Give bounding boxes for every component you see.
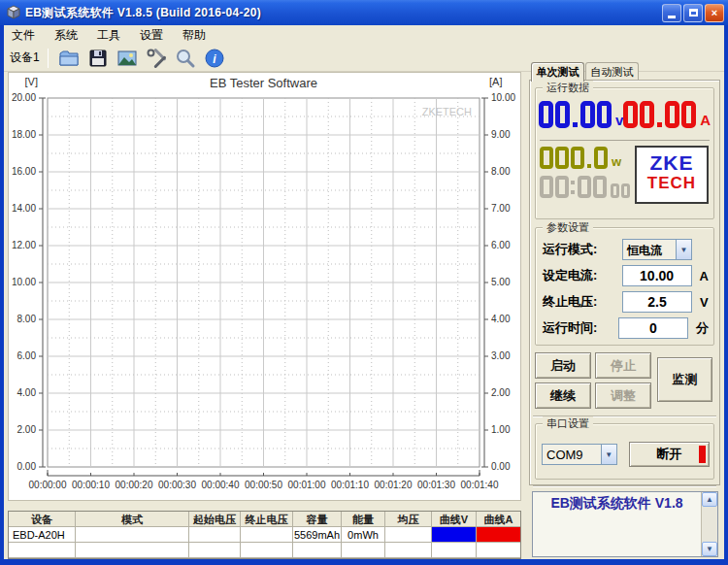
stop-button: 停止 [595,352,651,379]
disconnect-label: 断开 [656,446,681,463]
x-tick-label: 00:00:20 [116,480,153,490]
menu-bar: 文件系统工具设置帮助 [4,25,724,45]
menu-item-4[interactable]: 帮助 [182,27,206,44]
lcd-divider [540,140,710,141]
right-tick-label: 6.00 [491,240,511,250]
table-header-4[interactable]: 容量 [293,512,342,527]
table-row[interactable]: EBD-A20H5569mAh0mWh [9,527,520,543]
chart: 00:00:0000:00:1000:00:2000:00:3000:00:40… [9,73,520,500]
chevron-down-icon[interactable]: ▼ [676,240,691,259]
logo-line1: ZKE [637,151,707,174]
x-tick-label: 00:00:10 [72,480,110,490]
open-file-button[interactable] [54,46,83,71]
scrollbar-up-button[interactable]: ▲ [702,492,717,507]
run-mode-label: 运行模式: [543,241,622,258]
table-cell [241,543,293,558]
chevron-down-icon[interactable]: ▼ [601,445,616,464]
left-tick-label: 2.00 [17,424,37,435]
continue-button[interactable]: 继续 [535,382,591,409]
settings-tools-button[interactable] [142,46,171,71]
cutoff-voltage-label: 终止电压: [543,293,622,311]
table-header-3[interactable]: 终止电压 [241,512,293,527]
table-header-6[interactable]: 均压 [385,512,432,527]
about-button[interactable]: i [200,46,229,71]
left-tick-label: 8.00 [17,314,37,324]
save-button[interactable] [83,46,113,71]
right-tick-label: 0.00 [491,461,511,472]
x-tick-label: 00:00:50 [245,480,282,490]
scrollbar-down-button[interactable]: ▼ [702,542,717,556]
tab-auto-test[interactable]: 自动测试 [585,62,639,81]
curve-a-swatch [477,527,520,543]
power-unit: w [612,154,621,169]
left-tick-label: 18.00 [12,129,36,140]
app-icon [6,5,21,20]
start-button[interactable]: 启动 [535,352,591,379]
minimize-button[interactable] [662,4,681,22]
info-icon: i [204,48,225,69]
x-tick-label: 00:00:30 [158,480,196,490]
menu-item-1[interactable]: 系统 [54,27,78,44]
cutoff-voltage-unit: V [700,295,709,310]
run-mode-select[interactable]: 恒电流 ▼ [622,239,692,260]
table-header-5[interactable]: 能量 [342,512,385,527]
chart-title: EB Tester Software [210,76,317,90]
run-time-unit: 分 [696,319,709,337]
table-cell [189,527,241,543]
run-time-input[interactable] [618,317,688,339]
table-cell: 0mWh [342,527,385,543]
device-selector[interactable]: 设备1 [4,50,46,66]
power-display: w [540,147,621,169]
table-header-2[interactable]: 起始电压 [189,512,241,527]
table-cell [293,543,342,558]
zoom-button[interactable] [171,46,200,71]
title-bar[interactable]: EB测试系统软件 V1.8.5 (Build 2016-04-20) × [0,0,728,25]
monitor-button[interactable]: 监测 [657,357,712,402]
params-group-title: 参数设置 [543,220,593,235]
right-axis-label: [A] [489,76,502,87]
tools-icon [146,48,167,69]
set-current-input[interactable] [622,265,692,286]
scrollbar[interactable]: ▲ ▼ [701,492,717,556]
current-unit: A [700,112,711,128]
right-tick-label: 3.00 [491,350,511,361]
set-current-unit: A [700,269,709,283]
logo-line2: TECH [637,174,707,192]
image-icon [116,48,138,69]
run-data-group: 运行数据 v A w ZKE TECH [535,87,714,219]
params-group: 参数设置 运行模式: 恒电流 ▼ 设定电流: A 终止电压: V 运行时间: 分 [535,227,714,346]
adjust-button: 调整 [595,382,651,409]
cutoff-voltage-input[interactable] [622,291,692,313]
left-axis-line [43,98,46,467]
results-table: 设备模式起始电压终止电压容量能量均压曲线V曲线AEBD-A20H5569mAh0… [8,511,521,559]
table-header-7[interactable]: 曲线V [432,512,477,527]
menu-item-0[interactable]: 文件 [12,27,35,44]
maximize-button[interactable] [683,4,703,22]
com-port-select[interactable]: COM9 ▼ [542,444,617,465]
table-cell: 5569mAh [293,527,342,543]
table-row[interactable] [9,543,520,558]
folder-icon [58,48,80,69]
separator-line [533,485,716,487]
disconnect-button[interactable]: 断开 [629,442,710,467]
table-cell [432,543,477,558]
left-tick-label: 0.00 [17,461,37,472]
right-tick-label: 10.00 [491,92,515,103]
table-cell: EBD-A20H [9,527,76,543]
x-tick-label: 00:01:30 [417,480,455,490]
close-button[interactable]: × [705,4,724,22]
export-image-button[interactable] [113,46,142,71]
table-header-8[interactable]: 曲线A [477,512,520,527]
right-tick-label: 1.00 [491,424,511,435]
menu-item-3[interactable]: 设置 [140,27,163,44]
table-header-0[interactable]: 设备 [9,512,76,527]
table-cell [385,527,432,543]
table-header-1[interactable]: 模式 [76,512,189,527]
chart-panel: 00:00:0000:00:1000:00:2000:00:3000:00:40… [8,72,521,501]
time-display [540,176,632,198]
tab-single-test[interactable]: 单次测试 [531,62,584,82]
serial-group-title: 串口设置 [543,416,593,431]
menu-item-2[interactable]: 工具 [97,27,120,44]
x-tick-label: 00:01:40 [461,480,499,490]
toolbar-separator [48,49,49,68]
